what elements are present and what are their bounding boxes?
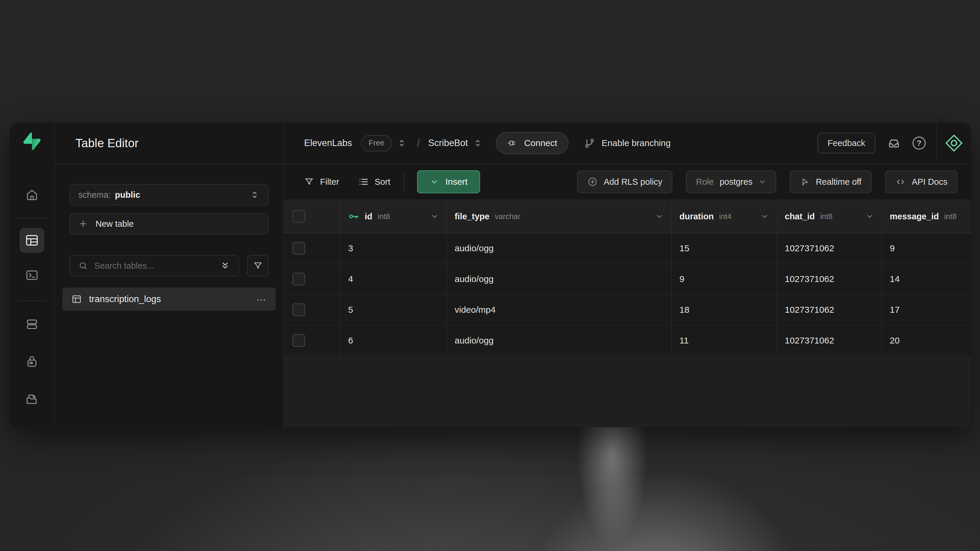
nav-table-editor[interactable]: [19, 228, 45, 253]
breadcrumb-separator: /: [417, 137, 420, 149]
cell-duration[interactable]: 18: [672, 295, 777, 325]
funnel-icon: [253, 261, 263, 271]
cell-message-id[interactable]: 20: [882, 326, 971, 356]
table-row: 6 audio/ogg 11 1027371062 20: [284, 326, 971, 356]
enable-branching-button[interactable]: Enable branching: [584, 137, 671, 149]
nav-home[interactable]: [19, 183, 45, 207]
nav-storage[interactable]: [19, 386, 45, 411]
cell-message-id[interactable]: 9: [882, 233, 971, 264]
supabase-logo[interactable]: [19, 131, 45, 152]
chevron-down-icon: [760, 212, 769, 221]
sort-label: Sort: [374, 177, 390, 187]
column-header-chat-id[interactable]: chat_id int8: [777, 200, 882, 233]
insert-button[interactable]: Insert: [417, 170, 480, 193]
add-rls-policy-button[interactable]: Add RLS policy: [577, 171, 672, 193]
cell-message-id[interactable]: 14: [882, 264, 971, 294]
chevron-down-icon: [759, 178, 766, 186]
role-label: Role: [696, 177, 714, 187]
cell-chat-id[interactable]: 1027371062: [777, 295, 882, 325]
git-branch-icon: [584, 137, 595, 149]
schema-select[interactable]: schema: public: [70, 184, 269, 205]
chevron-up-down-icon: [397, 138, 407, 148]
cell-id[interactable]: 4: [340, 264, 447, 294]
table-name: transcription_logs: [89, 294, 161, 305]
diamond-avatar-icon: [945, 134, 963, 152]
chevron-down-icon: [430, 212, 439, 221]
cell-id[interactable]: 6: [340, 326, 447, 356]
role-select[interactable]: Role postgres: [686, 171, 776, 193]
chevrons-down-icon: [220, 261, 230, 271]
column-header-message-id[interactable]: message_id int8: [882, 200, 971, 233]
cell-file-type[interactable]: audio/ogg: [447, 264, 672, 294]
row-checkbox[interactable]: [292, 334, 305, 347]
column-header-file-type[interactable]: file_type varchar: [447, 200, 672, 233]
nav-auth[interactable]: [19, 349, 45, 374]
realtime-toggle-button[interactable]: Realtime off: [790, 171, 872, 193]
main-area: ElevenLabs Free / ScribeBot: [284, 123, 971, 427]
project-breadcrumb[interactable]: ScribeBot: [428, 138, 468, 148]
row-checkbox[interactable]: [292, 303, 305, 316]
column-menu-button[interactable]: [430, 212, 439, 221]
collapse-tables-button[interactable]: [220, 261, 230, 271]
filter-label: Filter: [320, 177, 339, 187]
search-tables-input[interactable]: [94, 261, 213, 271]
api-docs-button[interactable]: API Docs: [885, 171, 958, 193]
filter-button[interactable]: Filter: [304, 177, 339, 187]
column-menu-button[interactable]: [865, 212, 874, 221]
column-menu-button[interactable]: [655, 212, 663, 221]
org-breadcrumb[interactable]: ElevenLabs: [304, 138, 352, 148]
notifications-button[interactable]: [888, 137, 900, 149]
chevron-up-down-icon: [473, 138, 483, 148]
cell-chat-id[interactable]: 1027371062: [777, 326, 882, 356]
cell-message-id[interactable]: 17: [882, 295, 971, 325]
column-menu-button[interactable]: [760, 212, 769, 221]
lock-icon: [25, 355, 39, 368]
filter-tables-button[interactable]: [247, 255, 269, 276]
plus-circle-icon: [587, 176, 598, 187]
user-menu-button[interactable]: [937, 123, 971, 164]
search-icon: [78, 261, 88, 270]
nav-database[interactable]: [19, 312, 45, 337]
org-switcher-button[interactable]: [397, 138, 407, 148]
role-value: postgres: [720, 177, 752, 187]
funnel-icon: [304, 177, 314, 187]
schema-label: schema:: [78, 190, 111, 200]
app-window: Table Editor schema: public New table: [10, 123, 971, 427]
row-checkbox[interactable]: [292, 242, 305, 255]
cell-file-type[interactable]: video/mp4: [447, 295, 672, 325]
cell-id[interactable]: 5: [340, 295, 447, 325]
chevron-down-icon: [865, 212, 874, 221]
cell-chat-id[interactable]: 1027371062: [777, 264, 882, 294]
cell-duration[interactable]: 15: [672, 233, 777, 264]
cell-duration[interactable]: 9: [672, 264, 777, 294]
row-checkbox[interactable]: [292, 273, 305, 286]
connect-button[interactable]: Connect: [496, 132, 568, 154]
cell-duration[interactable]: 11: [672, 326, 777, 356]
new-table-button[interactable]: New table: [70, 213, 269, 234]
cell-file-type[interactable]: audio/ogg: [447, 233, 672, 264]
top-header: ElevenLabs Free / ScribeBot: [284, 123, 971, 164]
cell-file-type[interactable]: audio/ogg: [447, 326, 672, 356]
cell-id[interactable]: 3: [340, 233, 447, 264]
primary-key-icon: [348, 211, 360, 222]
column-header-id[interactable]: id int8: [340, 200, 447, 233]
project-switcher-button[interactable]: [473, 138, 483, 148]
header-checkbox-cell: [284, 200, 340, 233]
inbox-icon: [888, 137, 900, 149]
desktop: { "colors": { "brand_green": "#3ecf8e", …: [0, 0, 980, 551]
database-icon: [25, 318, 39, 331]
sidebar-item-table[interactable]: transcription_logs …: [62, 287, 276, 311]
storage-icon: [25, 392, 39, 406]
table-row: 5 video/mp4 18 1027371062 17: [284, 295, 971, 326]
nav-sql-editor[interactable]: [19, 263, 45, 287]
cell-chat-id[interactable]: 1027371062: [777, 233, 882, 264]
table-options-button[interactable]: …: [256, 297, 267, 301]
sort-button[interactable]: Sort: [358, 177, 390, 187]
help-button[interactable]: ?: [913, 137, 926, 149]
column-header-duration[interactable]: duration int4: [672, 200, 777, 233]
toolbar-divider: [404, 172, 404, 191]
select-all-checkbox[interactable]: [292, 210, 305, 223]
supabase-bolt-icon: [23, 132, 41, 150]
new-table-label: New table: [95, 219, 134, 229]
feedback-button[interactable]: Feedback: [818, 133, 875, 153]
